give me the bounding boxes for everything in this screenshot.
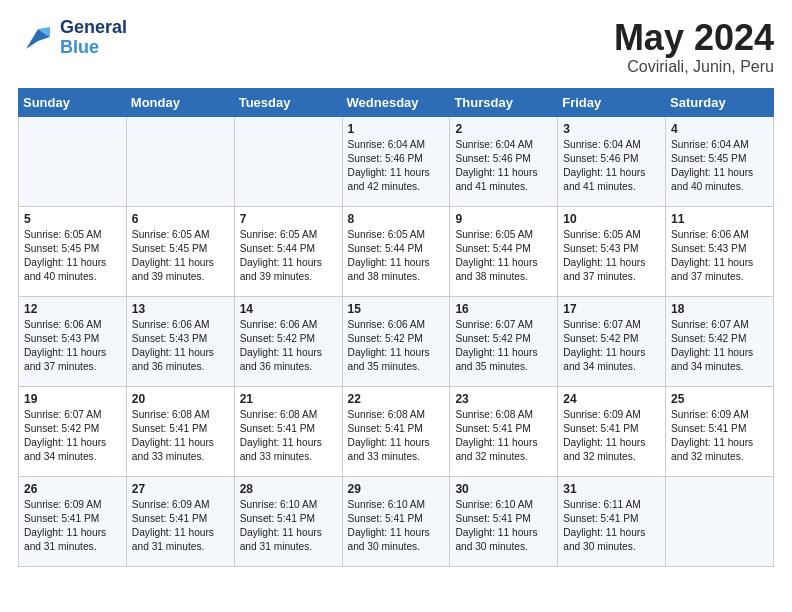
- day-info: Sunrise: 6:06 AM Sunset: 5:43 PM Dayligh…: [132, 318, 229, 375]
- day-info: Sunrise: 6:11 AM Sunset: 5:41 PM Dayligh…: [563, 498, 660, 555]
- calendar-page: General Blue May 2024 Coviriali, Junin, …: [0, 0, 792, 585]
- day-number: 9: [455, 212, 552, 226]
- calendar-cell: 11Sunrise: 6:06 AM Sunset: 5:43 PM Dayli…: [666, 206, 774, 296]
- day-number: 11: [671, 212, 768, 226]
- calendar-header-saturday: Saturday: [666, 88, 774, 116]
- day-info: Sunrise: 6:10 AM Sunset: 5:41 PM Dayligh…: [348, 498, 445, 555]
- calendar-header-wednesday: Wednesday: [342, 88, 450, 116]
- calendar-cell: 26Sunrise: 6:09 AM Sunset: 5:41 PM Dayli…: [19, 476, 127, 566]
- calendar-cell: 15Sunrise: 6:06 AM Sunset: 5:42 PM Dayli…: [342, 296, 450, 386]
- calendar-header-friday: Friday: [558, 88, 666, 116]
- calendar-header-thursday: Thursday: [450, 88, 558, 116]
- day-info: Sunrise: 6:05 AM Sunset: 5:43 PM Dayligh…: [563, 228, 660, 285]
- day-number: 22: [348, 392, 445, 406]
- day-number: 17: [563, 302, 660, 316]
- day-info: Sunrise: 6:07 AM Sunset: 5:42 PM Dayligh…: [563, 318, 660, 375]
- day-info: Sunrise: 6:05 AM Sunset: 5:44 PM Dayligh…: [455, 228, 552, 285]
- logo-name: General Blue: [60, 18, 127, 58]
- calendar-cell: 3Sunrise: 6:04 AM Sunset: 5:46 PM Daylig…: [558, 116, 666, 206]
- title-area: May 2024 Coviriali, Junin, Peru: [614, 18, 774, 76]
- calendar-cell: 25Sunrise: 6:09 AM Sunset: 5:41 PM Dayli…: [666, 386, 774, 476]
- day-number: 25: [671, 392, 768, 406]
- day-number: 15: [348, 302, 445, 316]
- month-title: May 2024: [614, 18, 774, 58]
- day-info: Sunrise: 6:06 AM Sunset: 5:43 PM Dayligh…: [671, 228, 768, 285]
- day-info: Sunrise: 6:05 AM Sunset: 5:44 PM Dayligh…: [240, 228, 337, 285]
- day-info: Sunrise: 6:09 AM Sunset: 5:41 PM Dayligh…: [671, 408, 768, 465]
- calendar-cell: 14Sunrise: 6:06 AM Sunset: 5:42 PM Dayli…: [234, 296, 342, 386]
- day-info: Sunrise: 6:05 AM Sunset: 5:44 PM Dayligh…: [348, 228, 445, 285]
- calendar-header-sunday: Sunday: [19, 88, 127, 116]
- day-number: 10: [563, 212, 660, 226]
- calendar-cell: 5Sunrise: 6:05 AM Sunset: 5:45 PM Daylig…: [19, 206, 127, 296]
- day-info: Sunrise: 6:04 AM Sunset: 5:45 PM Dayligh…: [671, 138, 768, 195]
- header: General Blue May 2024 Coviriali, Junin, …: [18, 18, 774, 76]
- day-number: 2: [455, 122, 552, 136]
- calendar-cell: 23Sunrise: 6:08 AM Sunset: 5:41 PM Dayli…: [450, 386, 558, 476]
- calendar-week-row: 1Sunrise: 6:04 AM Sunset: 5:46 PM Daylig…: [19, 116, 774, 206]
- day-number: 20: [132, 392, 229, 406]
- day-number: 19: [24, 392, 121, 406]
- day-number: 24: [563, 392, 660, 406]
- day-info: Sunrise: 6:08 AM Sunset: 5:41 PM Dayligh…: [240, 408, 337, 465]
- day-number: 13: [132, 302, 229, 316]
- calendar-cell: 22Sunrise: 6:08 AM Sunset: 5:41 PM Dayli…: [342, 386, 450, 476]
- calendar-cell: 10Sunrise: 6:05 AM Sunset: 5:43 PM Dayli…: [558, 206, 666, 296]
- calendar-header-row: SundayMondayTuesdayWednesdayThursdayFrid…: [19, 88, 774, 116]
- day-number: 12: [24, 302, 121, 316]
- day-info: Sunrise: 6:07 AM Sunset: 5:42 PM Dayligh…: [24, 408, 121, 465]
- day-number: 18: [671, 302, 768, 316]
- day-info: Sunrise: 6:05 AM Sunset: 5:45 PM Dayligh…: [24, 228, 121, 285]
- day-info: Sunrise: 6:08 AM Sunset: 5:41 PM Dayligh…: [132, 408, 229, 465]
- calendar-cell: 29Sunrise: 6:10 AM Sunset: 5:41 PM Dayli…: [342, 476, 450, 566]
- day-info: Sunrise: 6:05 AM Sunset: 5:45 PM Dayligh…: [132, 228, 229, 285]
- day-info: Sunrise: 6:06 AM Sunset: 5:42 PM Dayligh…: [348, 318, 445, 375]
- day-number: 7: [240, 212, 337, 226]
- calendar-cell: [126, 116, 234, 206]
- calendar-cell: 6Sunrise: 6:05 AM Sunset: 5:45 PM Daylig…: [126, 206, 234, 296]
- day-number: 26: [24, 482, 121, 496]
- calendar-cell: 16Sunrise: 6:07 AM Sunset: 5:42 PM Dayli…: [450, 296, 558, 386]
- calendar-table: SundayMondayTuesdayWednesdayThursdayFrid…: [18, 88, 774, 567]
- day-number: 28: [240, 482, 337, 496]
- day-info: Sunrise: 6:04 AM Sunset: 5:46 PM Dayligh…: [563, 138, 660, 195]
- day-number: 3: [563, 122, 660, 136]
- calendar-cell: [234, 116, 342, 206]
- day-info: Sunrise: 6:08 AM Sunset: 5:41 PM Dayligh…: [348, 408, 445, 465]
- calendar-cell: 30Sunrise: 6:10 AM Sunset: 5:41 PM Dayli…: [450, 476, 558, 566]
- calendar-cell: 2Sunrise: 6:04 AM Sunset: 5:46 PM Daylig…: [450, 116, 558, 206]
- logo-general-text: General: [60, 18, 127, 38]
- calendar-cell: [19, 116, 127, 206]
- day-info: Sunrise: 6:06 AM Sunset: 5:42 PM Dayligh…: [240, 318, 337, 375]
- day-number: 8: [348, 212, 445, 226]
- calendar-week-row: 5Sunrise: 6:05 AM Sunset: 5:45 PM Daylig…: [19, 206, 774, 296]
- day-info: Sunrise: 6:09 AM Sunset: 5:41 PM Dayligh…: [132, 498, 229, 555]
- calendar-cell: 19Sunrise: 6:07 AM Sunset: 5:42 PM Dayli…: [19, 386, 127, 476]
- day-info: Sunrise: 6:04 AM Sunset: 5:46 PM Dayligh…: [348, 138, 445, 195]
- day-number: 6: [132, 212, 229, 226]
- day-number: 23: [455, 392, 552, 406]
- day-info: Sunrise: 6:10 AM Sunset: 5:41 PM Dayligh…: [240, 498, 337, 555]
- calendar-week-row: 12Sunrise: 6:06 AM Sunset: 5:43 PM Dayli…: [19, 296, 774, 386]
- day-number: 4: [671, 122, 768, 136]
- calendar-cell: 1Sunrise: 6:04 AM Sunset: 5:46 PM Daylig…: [342, 116, 450, 206]
- calendar-cell: 28Sunrise: 6:10 AM Sunset: 5:41 PM Dayli…: [234, 476, 342, 566]
- calendar-cell: 8Sunrise: 6:05 AM Sunset: 5:44 PM Daylig…: [342, 206, 450, 296]
- calendar-week-row: 19Sunrise: 6:07 AM Sunset: 5:42 PM Dayli…: [19, 386, 774, 476]
- logo: General Blue: [18, 18, 127, 58]
- day-number: 27: [132, 482, 229, 496]
- calendar-header-tuesday: Tuesday: [234, 88, 342, 116]
- logo-blue-text: Blue: [60, 38, 99, 58]
- calendar-cell: 31Sunrise: 6:11 AM Sunset: 5:41 PM Dayli…: [558, 476, 666, 566]
- calendar-cell: 21Sunrise: 6:08 AM Sunset: 5:41 PM Dayli…: [234, 386, 342, 476]
- day-info: Sunrise: 6:08 AM Sunset: 5:41 PM Dayligh…: [455, 408, 552, 465]
- calendar-cell: 17Sunrise: 6:07 AM Sunset: 5:42 PM Dayli…: [558, 296, 666, 386]
- calendar-cell: 24Sunrise: 6:09 AM Sunset: 5:41 PM Dayli…: [558, 386, 666, 476]
- day-number: 5: [24, 212, 121, 226]
- location-title: Coviriali, Junin, Peru: [614, 58, 774, 76]
- day-number: 31: [563, 482, 660, 496]
- day-info: Sunrise: 6:09 AM Sunset: 5:41 PM Dayligh…: [24, 498, 121, 555]
- day-info: Sunrise: 6:07 AM Sunset: 5:42 PM Dayligh…: [671, 318, 768, 375]
- calendar-cell: 20Sunrise: 6:08 AM Sunset: 5:41 PM Dayli…: [126, 386, 234, 476]
- calendar-cell: 27Sunrise: 6:09 AM Sunset: 5:41 PM Dayli…: [126, 476, 234, 566]
